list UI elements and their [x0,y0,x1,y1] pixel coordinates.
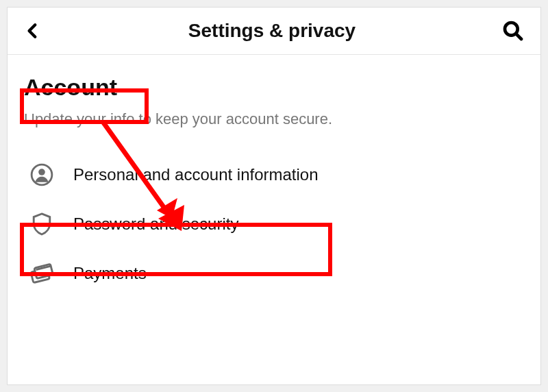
back-icon[interactable] [24,22,42,40]
menu-item-personal-info[interactable]: Personal and account information [24,150,524,199]
svg-point-3 [38,169,45,175]
menu-item-label: Payments [73,264,147,283]
menu-list: Personal and account information Passwor… [24,150,524,298]
search-icon[interactable] [502,20,524,42]
section-subtitle: Update your info to keep your account se… [24,110,524,128]
section-title: Account [24,73,121,102]
header-bar: Settings & privacy [8,8,540,55]
menu-item-password-security[interactable]: Password and security [24,199,524,249]
cards-icon [29,261,54,286]
shield-icon [29,212,54,236]
page-title: Settings & privacy [42,20,502,42]
settings-screen: Settings & privacy Account Update your i… [7,7,541,385]
user-circle-icon [29,162,54,187]
svg-line-1 [516,34,521,39]
menu-item-label: Password and security [73,215,238,234]
menu-item-payments[interactable]: Payments [24,249,524,298]
menu-item-label: Personal and account information [73,165,319,184]
content-area: Account Update your info to keep your ac… [8,55,540,298]
